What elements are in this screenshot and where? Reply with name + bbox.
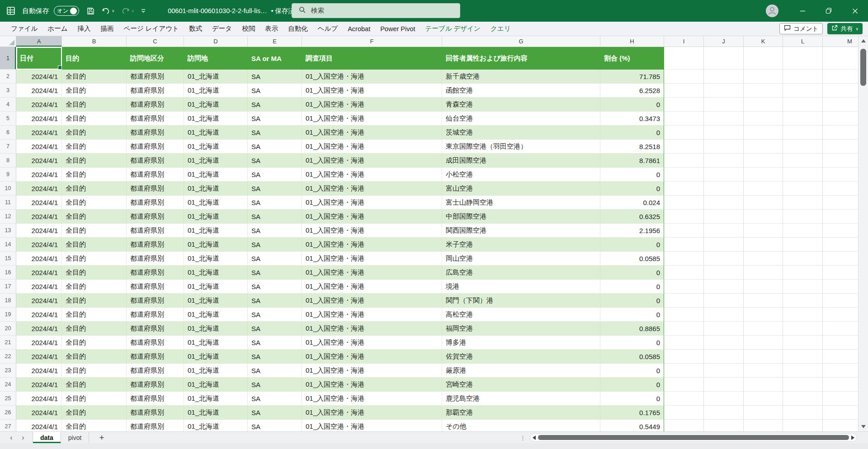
undo-button[interactable]: ∨ (101, 7, 115, 15)
cell-H21[interactable]: 0 (600, 336, 664, 350)
column-header-L[interactable]: L (783, 36, 823, 47)
row-header-24[interactable]: 24 (0, 378, 16, 392)
cell-B26[interactable]: 全目的 (62, 406, 127, 420)
cell-A21[interactable]: 2024/4/1 (16, 336, 62, 350)
cell-E20[interactable]: SA (248, 322, 302, 336)
empty-cell-I27[interactable] (664, 420, 704, 431)
cell-G15[interactable]: 岡山空港 (442, 252, 600, 266)
header-cell-A1[interactable]: 日付 (16, 47, 62, 70)
cell-E24[interactable]: SA (248, 378, 302, 392)
empty-cell-M18[interactable] (823, 294, 858, 308)
header-cell-H1[interactable]: 割合 (%) (600, 47, 664, 70)
cell-C14[interactable]: 都道府県別 (127, 238, 184, 252)
column-header-H[interactable]: H (600, 36, 664, 47)
cell-C12[interactable]: 都道府県別 (127, 210, 184, 224)
cell-D21[interactable]: 01_北海道 (184, 336, 248, 350)
cell-H15[interactable]: 0.0585 (600, 252, 664, 266)
cell-F16[interactable]: 01_入国空港・海港 (302, 266, 442, 280)
empty-cell-K6[interactable] (744, 126, 783, 140)
cell-D7[interactable]: 01_北海道 (184, 140, 248, 154)
horizontal-scrollbar-thumb[interactable] (538, 435, 849, 440)
cell-B16[interactable]: 全目的 (62, 266, 127, 280)
empty-cell-M10[interactable] (823, 182, 858, 196)
empty-cell-M22[interactable] (823, 350, 858, 364)
empty-cell-I25[interactable] (664, 392, 704, 406)
empty-cell-J17[interactable] (704, 280, 744, 294)
empty-cell-M3[interactable] (823, 84, 858, 98)
empty-cell-I21[interactable] (664, 336, 704, 350)
row-header-4[interactable]: 4 (0, 98, 16, 112)
cell-G14[interactable]: 米子空港 (442, 238, 600, 252)
cell-A6[interactable]: 2024/4/1 (16, 126, 62, 140)
cell-G25[interactable]: 鹿児島空港 (442, 392, 600, 406)
cell-D27[interactable]: 01_北海道 (184, 420, 248, 431)
cell-A5[interactable]: 2024/4/1 (16, 112, 62, 126)
row-header-19[interactable]: 19 (0, 308, 16, 322)
empty-cell-L3[interactable] (783, 84, 823, 98)
cell-C6[interactable]: 都道府県別 (127, 126, 184, 140)
cell-D26[interactable]: 01_北海道 (184, 406, 248, 420)
cell-G27[interactable]: その他 (442, 420, 600, 431)
cell-F19[interactable]: 01_入国空港・海港 (302, 308, 442, 322)
empty-cell-K14[interactable] (744, 238, 783, 252)
cell-E8[interactable]: SA (248, 154, 302, 168)
empty-cell-M12[interactable] (823, 210, 858, 224)
empty-cell-J27[interactable] (704, 420, 744, 431)
cell-F20[interactable]: 01_入国空港・海港 (302, 322, 442, 336)
header-cell-F1[interactable]: 調査項目 (302, 47, 442, 70)
cell-G10[interactable]: 富山空港 (442, 182, 600, 196)
row-header-17[interactable]: 17 (0, 280, 16, 294)
cell-C17[interactable]: 都道府県別 (127, 280, 184, 294)
empty-cell-J15[interactable] (704, 252, 744, 266)
empty-cell-J4[interactable] (704, 98, 744, 112)
row-header-8[interactable]: 8 (0, 154, 16, 168)
empty-cell-M17[interactable] (823, 280, 858, 294)
row-header-20[interactable]: 20 (0, 322, 16, 336)
cell-B8[interactable]: 全目的 (62, 154, 127, 168)
tab-scroll-grip-icon[interactable]: ⋮ (520, 432, 526, 444)
cell-A13[interactable]: 2024/4/1 (16, 224, 62, 238)
empty-cell-J12[interactable] (704, 210, 744, 224)
cell-A2[interactable]: 2024/4/1 (16, 70, 62, 84)
empty-cell-J7[interactable] (704, 140, 744, 154)
row-header-9[interactable]: 9 (0, 168, 16, 182)
cell-G19[interactable]: 高松空港 (442, 308, 600, 322)
cell-E25[interactable]: SA (248, 392, 302, 406)
cell-A3[interactable]: 2024/4/1 (16, 84, 62, 98)
horizontal-scrollbar[interactable] (530, 433, 857, 442)
row-header-23[interactable]: 23 (0, 364, 16, 378)
restore-button[interactable] (816, 0, 842, 22)
header-cell-E1[interactable]: SA or MA (248, 47, 302, 70)
empty-cell-M7[interactable] (823, 140, 858, 154)
empty-cell-L22[interactable] (783, 350, 823, 364)
empty-cell-L12[interactable] (783, 210, 823, 224)
ribbon-tab-ヘルプ[interactable]: ヘルプ (313, 22, 343, 36)
cell-H16[interactable]: 0 (600, 266, 664, 280)
empty-cell-J2[interactable] (704, 70, 744, 84)
empty-cell-K24[interactable] (744, 378, 783, 392)
cell-D22[interactable]: 01_北海道 (184, 350, 248, 364)
empty-cell-M26[interactable] (823, 406, 858, 420)
empty-cell-L24[interactable] (783, 378, 823, 392)
empty-cell-J11[interactable] (704, 196, 744, 210)
ribbon-tab-テーブル-デザイン[interactable]: テーブル デザイン (420, 22, 486, 36)
empty-cell-I17[interactable] (664, 280, 704, 294)
sheet-tab-pivot[interactable]: pivot (61, 432, 90, 443)
cell-G13[interactable]: 関西国際空港 (442, 224, 600, 238)
cell-C7[interactable]: 都道府県別 (127, 140, 184, 154)
ribbon-tab-データ[interactable]: データ (207, 22, 237, 36)
empty-cell-J13[interactable] (704, 224, 744, 238)
empty-cell-K20[interactable] (744, 322, 783, 336)
empty-cell-L14[interactable] (783, 238, 823, 252)
empty-cell-L2[interactable] (783, 70, 823, 84)
empty-cell-L16[interactable] (783, 266, 823, 280)
empty-cell-I6[interactable] (664, 126, 704, 140)
cell-B20[interactable]: 全目的 (62, 322, 127, 336)
row-header-16[interactable]: 16 (0, 266, 16, 280)
row-header-25[interactable]: 25 (0, 392, 16, 406)
cell-H13[interactable]: 2.1956 (600, 224, 664, 238)
cell-H12[interactable]: 0.6325 (600, 210, 664, 224)
cell-B9[interactable]: 全目的 (62, 168, 127, 182)
cell-D4[interactable]: 01_北海道 (184, 98, 248, 112)
empty-cell-I10[interactable] (664, 182, 704, 196)
